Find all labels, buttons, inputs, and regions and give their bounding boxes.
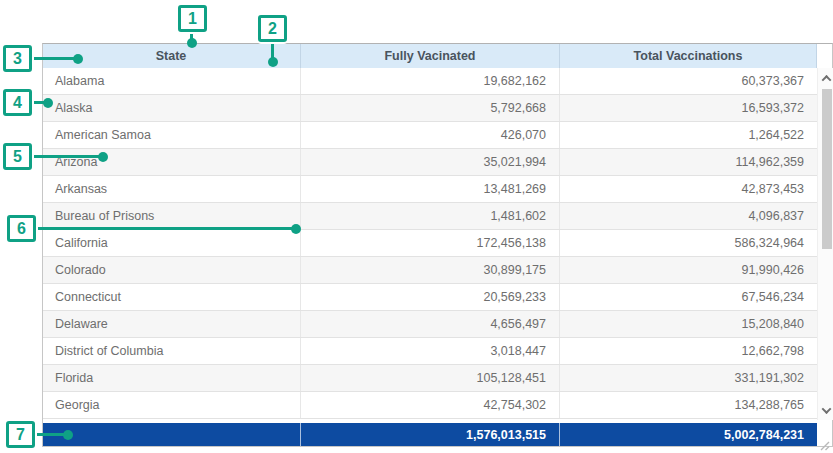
fully-vaccinated-cell: 20,569,233: [301, 284, 560, 310]
total-vaccinations-cell: 16,593,372: [560, 95, 817, 121]
callout-6-connector: [37, 227, 293, 230]
fully-vaccinated-cell: 13,481,269: [301, 176, 560, 202]
table-row[interactable]: District of Columbia3,018,44712,662,798: [42, 338, 817, 365]
total-vaccinations-cell: 114,962,359: [560, 149, 817, 175]
fully-vaccinated-cell: 1,481,602: [301, 203, 560, 229]
summary-state-cell: [42, 423, 301, 447]
chevron-down-icon: [821, 404, 831, 414]
fully-vaccinated-cell: 426,070: [301, 122, 560, 148]
state-cell: Arizona: [42, 149, 301, 175]
table-row[interactable]: Alabama19,682,16260,373,367: [42, 68, 817, 95]
total-vaccinations-cell: 91,990,426: [560, 257, 817, 283]
callout-1-dot: [187, 38, 197, 48]
state-cell: Alaska: [42, 95, 301, 121]
state-cell: Arkansas: [42, 176, 301, 202]
total-vaccinations-cell: 1,264,522: [560, 122, 817, 148]
total-vaccinations-cell: 586,324,964: [560, 230, 817, 256]
total-vaccinations-cell: 67,546,234: [560, 284, 817, 310]
fully-vaccinated-cell: 4,656,497: [301, 311, 560, 337]
total-vaccinations-cell: 42,873,453: [560, 176, 817, 202]
resize-grip-icon[interactable]: [819, 437, 830, 453]
table-row[interactable]: Florida105,128,451331,191,302: [42, 365, 817, 392]
callout-5-connector: [33, 155, 100, 158]
callout-5-badge: 5: [3, 143, 32, 170]
callout-2-badge: 2: [258, 15, 287, 42]
fully-vaccinated-cell: 19,682,162: [301, 68, 560, 94]
chevron-up-icon: [821, 74, 831, 84]
total-vaccinations-cell: 60,373,367: [560, 68, 817, 94]
state-cell: Georgia: [42, 392, 301, 418]
vertical-scrollbar[interactable]: [817, 68, 833, 420]
fully-vaccinated-cell: 5,792,668: [301, 95, 560, 121]
callout-4-badge: 4: [3, 89, 32, 116]
callout-3-dot: [73, 54, 83, 64]
state-cell: Florida: [42, 365, 301, 391]
state-cell: American Samoa: [42, 122, 301, 148]
table-row[interactable]: American Samoa426,0701,264,522: [42, 122, 817, 149]
callout-6-badge: 6: [7, 215, 36, 242]
table-row[interactable]: Arizona35,021,994114,962,359: [42, 149, 817, 176]
total-vaccinations-cell: 134,288,765: [560, 392, 817, 418]
callout-4-dot: [43, 98, 53, 108]
table-row[interactable]: Alaska5,792,66816,593,372: [42, 95, 817, 122]
callout-5-dot: [98, 152, 108, 162]
table-row[interactable]: Bureau of Prisons1,481,6024,096,837: [42, 203, 817, 230]
summary-row: 1,576,013,515 5,002,784,231: [42, 423, 817, 447]
callout-3-badge: 3: [3, 45, 32, 72]
fully-vaccinated-cell: 42,754,302: [301, 392, 560, 418]
table-row[interactable]: Georgia42,754,302134,288,765: [42, 392, 817, 419]
total-vaccinations-cell: 4,096,837: [560, 203, 817, 229]
fully-vaccinated-cell: 3,018,447: [301, 338, 560, 364]
callout-1-badge: 1: [178, 5, 207, 32]
header-scrollbar-spacer: [817, 43, 833, 68]
fully-vaccinated-cell: 35,021,994: [301, 149, 560, 175]
table-row[interactable]: Delaware4,656,49715,208,840: [42, 311, 817, 338]
state-cell: Alabama: [42, 68, 301, 94]
screenshot-canvas: State Fully Vacinated Total Vaccinations…: [0, 0, 833, 453]
vaccination-table: State Fully Vacinated Total Vaccinations…: [42, 43, 833, 447]
callout-3-connector: [33, 57, 75, 60]
table-row[interactable]: California172,456,138586,324,964: [42, 230, 817, 257]
table-header-row: State Fully Vacinated Total Vaccinations: [42, 43, 833, 68]
header-total-vaccinations[interactable]: Total Vaccinations: [560, 43, 817, 68]
fully-vaccinated-cell: 30,899,175: [301, 257, 560, 283]
callout-2-dot: [268, 57, 278, 67]
total-vaccinations-cell: 12,662,798: [560, 338, 817, 364]
state-cell: Bureau of Prisons: [42, 203, 301, 229]
state-cell: Colorado: [42, 257, 301, 283]
state-cell: Delaware: [42, 311, 301, 337]
total-vaccinations-cell: 15,208,840: [560, 311, 817, 337]
table-row[interactable]: Arkansas13,481,26942,873,453: [42, 176, 817, 203]
state-cell: California: [42, 230, 301, 256]
callout-7-connector: [36, 433, 65, 436]
summary-fully-vaccinated-cell: 1,576,013,515: [301, 423, 560, 447]
summary-total-vaccinations-cell: 5,002,784,231: [560, 423, 817, 447]
state-cell: Connecticut: [42, 284, 301, 310]
total-vaccinations-cell: 331,191,302: [560, 365, 817, 391]
fully-vaccinated-cell: 105,128,451: [301, 365, 560, 391]
scroll-down-button[interactable]: [818, 402, 833, 418]
scroll-up-button[interactable]: [818, 70, 833, 86]
fully-vaccinated-cell: 172,456,138: [301, 230, 560, 256]
state-cell: District of Columbia: [42, 338, 301, 364]
callout-6-dot: [291, 224, 301, 234]
callout-7-badge: 7: [6, 421, 35, 448]
table-row[interactable]: Colorado30,899,17591,990,426: [42, 257, 817, 284]
header-fully-vaccinated[interactable]: Fully Vacinated: [301, 43, 560, 68]
scrollbar-thumb[interactable]: [822, 89, 832, 249]
table-row[interactable]: Connecticut20,569,23367,546,234: [42, 284, 817, 311]
table-body: Alabama19,682,16260,373,367Alaska5,792,6…: [42, 68, 817, 419]
callout-7-dot: [63, 430, 73, 440]
